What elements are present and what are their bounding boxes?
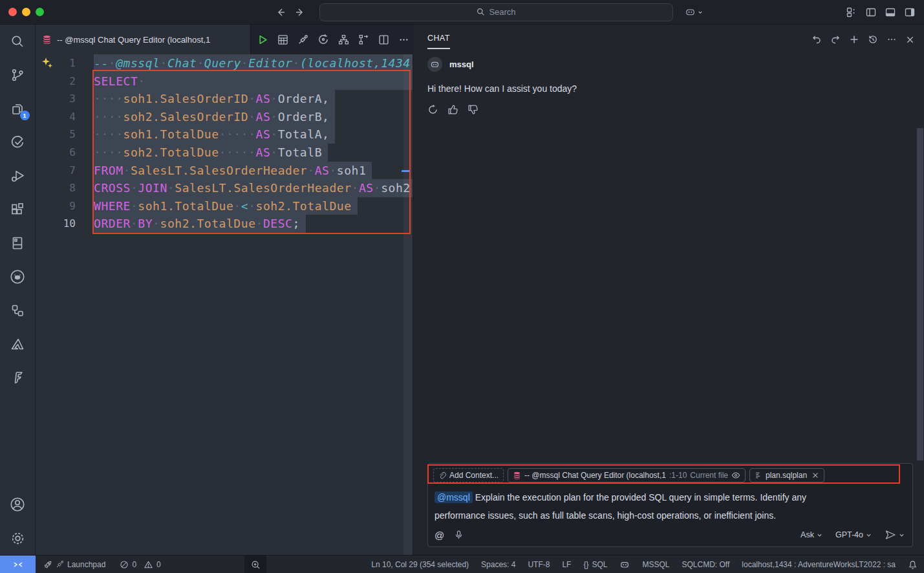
code-token: SalesLT.SalesOrderHeader	[175, 181, 351, 195]
toggle-panel-icon[interactable]	[885, 7, 896, 17]
context-chip-current-file[interactable]: -- @mssql Chat Query Editor (localhost,1…	[508, 468, 746, 482]
sidebar-item-azure[interactable]	[0, 327, 36, 361]
code-line[interactable]: 9WHERE·soh1.TotalDue·<·soh2.TotalDue	[36, 197, 413, 215]
code-line[interactable]: 6····soh2.TotalDue·····AS·TotalB	[36, 144, 413, 162]
results-grid-icon[interactable]	[277, 34, 288, 45]
editor-tab[interactable]: -- @mssql Chat Query Editor (localhost,1	[36, 25, 251, 54]
close-icon[interactable]	[905, 35, 915, 45]
editor-scrollbar[interactable]	[403, 54, 413, 555]
notifications-bell-icon[interactable]	[908, 560, 918, 570]
account-button[interactable]	[0, 488, 36, 521]
new-chat-icon[interactable]	[849, 34, 859, 45]
remote-indicator[interactable]	[0, 556, 36, 573]
navigate-back-icon[interactable]	[275, 7, 286, 17]
code-lines: 1--·@mssql·Chat·Query·Editor·(localhost,…	[36, 54, 413, 233]
code-line[interactable]: 2SELECT·	[36, 72, 413, 91]
mssql-status[interactable]: MSSQL	[642, 560, 669, 569]
mention-button[interactable]: @	[435, 530, 444, 541]
remove-chip-icon[interactable]	[811, 471, 819, 479]
send-button[interactable]	[885, 529, 905, 541]
chat-scrollbar[interactable]	[917, 128, 923, 460]
sidebar-item-source-control[interactable]	[0, 58, 36, 92]
editor-tab-bar: -- @mssql Chat Query Editor (localhost,1	[36, 25, 413, 54]
encoding-setting[interactable]: UTF-8	[528, 560, 550, 569]
minimize-window-button[interactable]	[22, 8, 30, 16]
problems-button[interactable]: 0 0	[120, 560, 160, 569]
selection-highlight: WHERE·soh1.TotalDue·<·soh2.TotalDue	[94, 197, 358, 215]
undo-icon[interactable]	[811, 34, 822, 45]
code-token: ·	[307, 164, 314, 177]
redo-icon[interactable]	[830, 34, 841, 45]
code-token: ·	[270, 92, 277, 105]
more-actions-icon[interactable]	[886, 34, 897, 45]
copilot-status-icon[interactable]	[619, 559, 630, 570]
message-actions	[427, 104, 910, 115]
code-line[interactable]: 5····soh1.TotalDue·····AS·TotalA,	[36, 125, 413, 144]
navigate-forward-icon[interactable]	[295, 7, 305, 17]
more-actions-icon[interactable]	[398, 34, 409, 45]
sqlcmd-status[interactable]: SQLCMD: Off	[682, 560, 730, 569]
customize-layout-icon[interactable]	[846, 7, 857, 17]
connection-status[interactable]: localhost,1434 : AdventureWorksLT2022 : …	[742, 560, 896, 569]
run-query-icon[interactable]	[257, 34, 268, 45]
close-window-button[interactable]	[8, 8, 17, 16]
sidebar-item-check[interactable]	[0, 125, 36, 159]
sidebar-item-extensions[interactable]	[0, 193, 36, 226]
sidebar-item-copy-compare[interactable]: 1	[0, 92, 36, 125]
mode-dropdown[interactable]: Ask	[800, 530, 822, 539]
actual-plan-icon[interactable]	[358, 34, 369, 45]
settings-button[interactable]	[0, 521, 36, 555]
sidebar-item-notebook[interactable]	[0, 226, 36, 260]
history-icon[interactable]	[868, 34, 878, 45]
code-line[interactable]: 8CROSS·JOIN·SalesLT.SalesOrderHeader·AS·…	[36, 179, 413, 197]
mode-label: Ask	[800, 530, 814, 539]
regenerate-icon[interactable]	[427, 104, 438, 115]
microphone-icon[interactable]	[455, 530, 463, 540]
window-controls	[8, 8, 44, 16]
code-line[interactable]: 1--·@mssql·Chat·Query·Editor·(localhost,…	[36, 54, 413, 72]
assistant-name: mssql	[449, 59, 474, 69]
zoom-indicator[interactable]	[244, 556, 266, 573]
code-token: ····	[94, 92, 124, 105]
eye-icon[interactable]	[731, 471, 740, 480]
selection-highlight: FROM·SalesLT.SalesOrderHeader·AS·soh1	[94, 162, 372, 180]
split-editor-icon[interactable]	[378, 34, 389, 45]
sidebar-item-remote-explorer[interactable]	[0, 294, 36, 327]
code-editor[interactable]: 1--·@mssql·Chat·Query·Editor·(localhost,…	[36, 54, 413, 555]
chat-input-text[interactable]: @mssql Explain the execution plan for th…	[435, 488, 906, 524]
warnings-count: 0	[156, 560, 161, 569]
toggle-primary-sidebar-icon[interactable]	[866, 7, 876, 17]
language-mode[interactable]: {}SQL	[583, 560, 607, 569]
thumbs-down-icon[interactable]	[467, 104, 478, 115]
code-line[interactable]: 10ORDER·BY·soh2.TotalDue·DESC;	[36, 215, 413, 233]
model-dropdown[interactable]: GPT-4o	[835, 530, 872, 539]
tab-chat[interactable]: CHAT	[427, 34, 450, 45]
command-center-search[interactable]: Search	[319, 3, 673, 21]
launchpad-button[interactable]: Launchpad	[43, 560, 105, 569]
indentation-setting[interactable]: Spaces: 4	[481, 560, 515, 569]
brackets-icon: {}	[583, 560, 588, 569]
eol-setting[interactable]: LF	[562, 560, 571, 569]
mention-chip[interactable]: @mssql	[435, 492, 473, 503]
code-line[interactable]: 7FROM·SalesLT.SalesOrderHeader·AS·soh1	[36, 162, 413, 180]
sidebar-item-github[interactable]	[0, 260, 36, 294]
estimated-plan-icon[interactable]	[338, 34, 349, 45]
sidebar-item-fabric[interactable]	[0, 361, 36, 395]
code-token: ·	[109, 56, 116, 70]
connect-icon[interactable]	[297, 34, 308, 45]
change-connection-icon[interactable]	[317, 34, 329, 45]
search-placeholder: Search	[489, 7, 515, 17]
sidebar-item-search[interactable]	[0, 25, 36, 58]
code-token: ····	[94, 146, 124, 159]
sidebar-item-run-debug[interactable]	[0, 159, 36, 193]
add-context-button[interactable]: Add Context...	[433, 468, 504, 482]
zoom-window-button[interactable]	[36, 8, 44, 16]
context-chip-plan-file[interactable]: plan.sqlplan	[749, 468, 824, 482]
cursor-position[interactable]: Ln 10, Col 29 (354 selected)	[371, 560, 469, 569]
thumbs-up-icon[interactable]	[447, 104, 458, 115]
copilot-menu[interactable]	[685, 6, 703, 17]
code-line[interactable]: 4····soh2.SalesOrderID·AS·OrderB,	[36, 108, 413, 126]
chevron-down-icon	[866, 532, 872, 538]
code-line[interactable]: 3····soh1.SalesOrderID·AS·OrderA,	[36, 90, 413, 108]
toggle-secondary-sidebar-icon[interactable]	[905, 7, 915, 17]
